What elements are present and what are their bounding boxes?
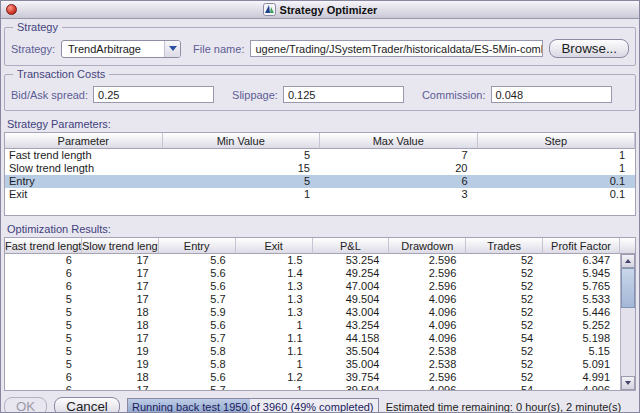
result-cell[interactable]: 52	[466, 267, 543, 280]
result-cell[interactable]: 52	[466, 280, 543, 293]
result-cell[interactable]: 17	[82, 267, 159, 280]
results-row[interactable]: 6 17 5.6 1.3 47.004 2.596 52 5.765	[5, 280, 620, 293]
result-cell[interactable]: 1.5	[236, 254, 313, 267]
result-cell[interactable]: 54	[466, 384, 543, 390]
result-cell[interactable]: 1	[236, 319, 313, 332]
result-cell[interactable]: 5.7	[159, 293, 236, 306]
result-cell[interactable]: 5.198	[543, 332, 620, 345]
result-cell[interactable]: 2.596	[389, 254, 466, 267]
results-column-header[interactable]: Entry	[159, 238, 236, 254]
result-cell[interactable]: 5	[5, 358, 82, 371]
file-name-input[interactable]: ugene/Trading/JSystemTrader/historicalda…	[250, 40, 543, 57]
results-column-header[interactable]: P&L	[313, 238, 390, 254]
result-cell[interactable]: 19	[82, 345, 159, 358]
result-cell[interactable]: 6	[5, 371, 82, 384]
cancel-button[interactable]: Cancel	[54, 397, 120, 413]
result-cell[interactable]: 52	[466, 345, 543, 358]
result-cell[interactable]: 4.096	[389, 293, 466, 306]
results-row[interactable]: 6 17 5.6 1.5 53.254 2.596 52 6.347	[5, 254, 620, 267]
param-max-cell[interactable]: 3	[320, 188, 478, 201]
result-cell[interactable]: 1.3	[236, 306, 313, 319]
results-row[interactable]: 5 17 5.7 1.3 49.504 4.096 52 5.533	[5, 293, 620, 306]
result-cell[interactable]: 1.1	[236, 345, 313, 358]
scrollbar-track[interactable]	[621, 268, 635, 376]
browse-button[interactable]: Browse...	[549, 39, 629, 58]
param-max-cell[interactable]: 6	[320, 175, 478, 188]
result-cell[interactable]: 2.596	[389, 371, 466, 384]
results-column-header[interactable]: Drawdown	[389, 238, 466, 254]
result-cell[interactable]: 2.596	[389, 280, 466, 293]
result-cell[interactable]: 1	[236, 358, 313, 371]
result-cell[interactable]: 18	[82, 371, 159, 384]
result-cell[interactable]: 39.754	[313, 371, 390, 384]
result-cell[interactable]: 2.538	[389, 358, 466, 371]
result-cell[interactable]: 4.096	[389, 384, 466, 390]
result-cell[interactable]: 6	[5, 280, 82, 293]
results-row[interactable]: 5 19 5.8 1.1 35.504 2.538 52 5.15	[5, 345, 620, 358]
parameters-column-header[interactable]: Parameter	[5, 133, 163, 149]
result-cell[interactable]: 5.945	[543, 267, 620, 280]
results-column-header[interactable]: Trades	[466, 238, 543, 254]
result-cell[interactable]: 17	[82, 384, 159, 390]
result-cell[interactable]: 17	[82, 332, 159, 345]
result-cell[interactable]: 4.096	[389, 306, 466, 319]
param-step-cell[interactable]: 1	[478, 149, 636, 162]
results-column-header[interactable]: Exit	[236, 238, 313, 254]
param-max-cell[interactable]: 20	[320, 162, 478, 175]
result-cell[interactable]: 6	[5, 254, 82, 267]
result-cell[interactable]: 35.004	[313, 358, 390, 371]
result-cell[interactable]: 5	[5, 306, 82, 319]
result-cell[interactable]: 5.533	[543, 293, 620, 306]
strategy-combobox[interactable]: TrendArbitrage	[61, 40, 181, 58]
parameters-column-header[interactable]: Max Value	[320, 133, 478, 149]
ok-button[interactable]: OK	[4, 397, 47, 413]
result-cell[interactable]: 4.096	[389, 332, 466, 345]
result-cell[interactable]: 5.6	[159, 280, 236, 293]
close-button[interactable]	[6, 4, 17, 15]
result-cell[interactable]: 17	[82, 254, 159, 267]
result-cell[interactable]: 1.4	[236, 267, 313, 280]
result-cell[interactable]: 5	[5, 345, 82, 358]
result-cell[interactable]: 43.004	[313, 306, 390, 319]
bid-ask-spread-input[interactable]: 0.25	[93, 86, 214, 103]
result-cell[interactable]: 49.254	[313, 267, 390, 280]
result-cell[interactable]: 5.8	[159, 358, 236, 371]
result-cell[interactable]: 5	[5, 293, 82, 306]
result-cell[interactable]: 5.6	[159, 371, 236, 384]
results-row[interactable]: 5 18 5.9 1.3 43.004 4.096 52 5.446	[5, 306, 620, 319]
result-cell[interactable]: 6	[5, 267, 82, 280]
param-max-cell[interactable]: 7	[320, 149, 478, 162]
result-cell[interactable]: 52	[466, 306, 543, 319]
results-scrollbar[interactable]	[620, 254, 635, 390]
result-cell[interactable]: 5.6	[159, 267, 236, 280]
result-cell[interactable]: 1.3	[236, 280, 313, 293]
parameters-column-header[interactable]: Step	[478, 133, 636, 149]
param-step-cell[interactable]: 0.1	[478, 175, 636, 188]
param-name-cell[interactable]: Slow trend length	[5, 162, 163, 175]
result-cell[interactable]: 4.906	[543, 384, 620, 390]
result-cell[interactable]: 5.252	[543, 319, 620, 332]
param-name-cell[interactable]: Fast trend length	[5, 149, 163, 162]
results-row[interactable]: 5 18 5.6 1 43.254 4.096 52 5.252	[5, 319, 620, 332]
result-cell[interactable]: 5.765	[543, 280, 620, 293]
result-cell[interactable]: 54	[466, 332, 543, 345]
result-cell[interactable]: 52	[466, 254, 543, 267]
results-column-header[interactable]: Profit Factor	[543, 238, 620, 254]
scroll-up-button[interactable]	[621, 254, 635, 268]
result-cell[interactable]: 35.504	[313, 345, 390, 358]
result-cell[interactable]: 39.504	[313, 384, 390, 390]
result-cell[interactable]: 4.096	[389, 319, 466, 332]
result-cell[interactable]: 6	[5, 384, 82, 390]
parameters-row[interactable]: Fast trend length 5 7 1	[5, 149, 635, 162]
result-cell[interactable]: 5	[5, 319, 82, 332]
param-min-cell[interactable]: 5	[163, 175, 321, 188]
results-row[interactable]: 6 17 5.7 1 39.504 4.096 54 4.906	[5, 384, 620, 390]
results-column-header[interactable]: Fast trend length	[5, 238, 82, 254]
result-cell[interactable]: 44.158	[313, 332, 390, 345]
result-cell[interactable]: 52	[466, 371, 543, 384]
result-cell[interactable]: 5.7	[159, 384, 236, 390]
results-row[interactable]: 6 17 5.6 1.4 49.254 2.596 52 5.945	[5, 267, 620, 280]
results-row[interactable]: 5 17 5.7 1.1 44.158 4.096 54 5.198	[5, 332, 620, 345]
param-min-cell[interactable]: 15	[163, 162, 321, 175]
parameters-row[interactable]: Slow trend length 15 20 1	[5, 162, 635, 175]
